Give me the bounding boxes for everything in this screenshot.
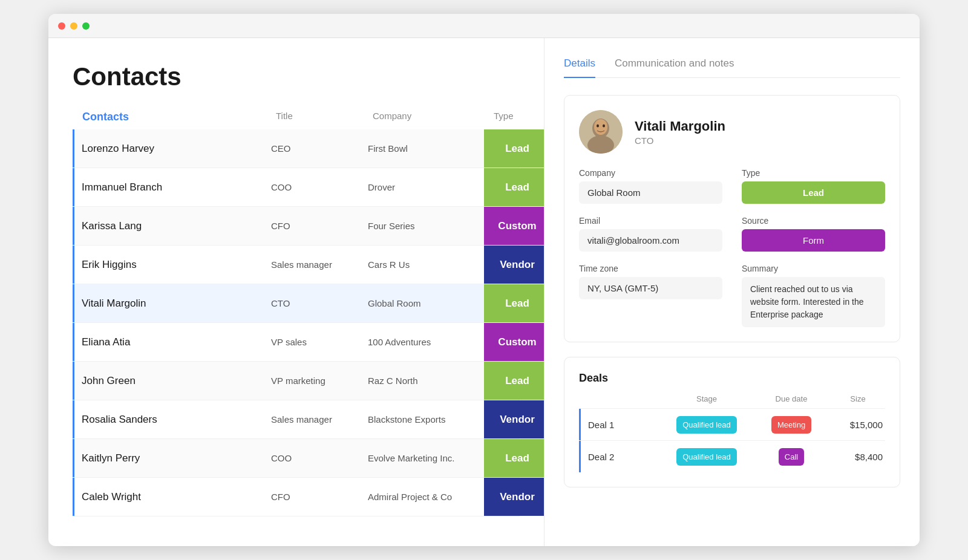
minimize-button[interactable] <box>70 22 77 30</box>
contact-type-cell: Lead <box>484 439 544 477</box>
type-badge: Vendor <box>484 400 544 438</box>
deal-duedate-badge: Meeting <box>771 416 811 434</box>
header-type: Type <box>494 111 544 123</box>
detail-grid: Company Global Room Type Lead Email vita… <box>579 168 885 327</box>
table-header: Contacts Title Company Type <box>73 111 520 129</box>
contact-company-cell: Blackstone Exports <box>363 400 484 438</box>
table-row[interactable]: Vitali Margolin CTO Global Room Lead <box>73 284 520 323</box>
tab-communication[interactable]: Communication and notes <box>615 57 734 78</box>
contact-title-cell: CFO <box>266 478 363 516</box>
detail-panel: Details Communication and notes <box>544 38 920 546</box>
table-row[interactable]: Lorenzo Harvey CEO First Bowl Lead <box>73 129 520 168</box>
close-button[interactable] <box>58 22 65 30</box>
tab-details[interactable]: Details <box>564 57 595 78</box>
contact-type-cell: Vendor <box>484 478 544 516</box>
contact-name-cell: John Green <box>73 362 266 400</box>
svg-point-4 <box>597 125 599 128</box>
svg-point-5 <box>603 125 605 128</box>
deals-body: Deal 1 Qualified lead Meeting $15,000 De… <box>579 408 885 472</box>
deal-row[interactable]: Deal 2 Qualified lead Call $8,400 <box>579 440 885 472</box>
contact-name: Vitali Margolin <box>82 298 146 310</box>
field-type-value: Lead <box>742 181 885 204</box>
field-email: Email vitali@globalroom.com <box>579 216 722 252</box>
deal-stage-badge: Qualified lead <box>676 416 737 434</box>
table-row[interactable]: Caleb Wright CFO Admiral Project & Co Ve… <box>73 478 520 516</box>
detail-card: Vitali Margolin CTO Company Global Room … <box>564 95 900 342</box>
field-source: Source Form <box>742 216 885 252</box>
header-contacts: Contacts <box>82 111 276 123</box>
contact-name: Erik Higgins <box>82 259 137 271</box>
titlebar <box>48 14 920 38</box>
contact-name: Caleb Wright <box>82 491 141 503</box>
contact-company-cell: Raz C North <box>363 362 484 400</box>
contact-name: Eliana Atia <box>82 336 130 348</box>
maximize-button[interactable] <box>82 22 90 30</box>
contact-detail-name: Vitali Margolin <box>635 119 725 134</box>
deal-stage-badge: Qualified lead <box>676 448 737 466</box>
contact-company-cell: 100 Adventures <box>363 323 484 361</box>
main-content: Contacts Contacts Title Company Type Lor… <box>48 38 920 546</box>
field-summary-label: Summary <box>742 264 885 273</box>
contact-info-header: Vitali Margolin CTO <box>635 119 725 146</box>
type-badge: Lead <box>484 362 544 400</box>
svg-point-3 <box>594 119 607 135</box>
contacts-table: Contacts Title Company Type Lorenzo Harv… <box>73 111 520 516</box>
deals-header-size: Size <box>831 394 885 403</box>
deal-size: $8,400 <box>831 452 885 462</box>
field-summary: Summary Client reached out to us via web… <box>742 264 885 327</box>
deal-duedate-badge: Call <box>779 448 804 466</box>
field-company-label: Company <box>579 168 722 178</box>
type-badge: Lead <box>484 284 544 322</box>
table-row[interactable]: Karissa Lang CFO Four Series Custom <box>73 207 520 246</box>
contact-title-cell: Sales manager <box>266 400 363 438</box>
type-badge: Lead <box>484 439 544 477</box>
contact-type-cell: Lead <box>484 129 544 168</box>
table-row[interactable]: Eliana Atia VP sales 100 Adventures Cust… <box>73 323 520 362</box>
contact-title-cell: CTO <box>266 284 363 322</box>
contact-name-cell: Caleb Wright <box>73 478 266 516</box>
field-timezone-value: NY, USA (GMT-5) <box>579 277 722 299</box>
contact-company-cell: Admiral Project & Co <box>363 478 484 516</box>
table-row[interactable]: Kaitlyn Perry COO Evolve Marketing Inc. … <box>73 439 520 478</box>
deal-stage-cell: Qualified lead <box>661 416 752 434</box>
contact-company-cell: Drover <box>363 168 484 206</box>
contact-type-cell: Custom <box>484 207 544 245</box>
contact-type-cell: Custom <box>484 323 544 361</box>
deals-title: Deals <box>579 372 885 385</box>
contact-type-cell: Lead <box>484 284 544 322</box>
type-badge: Custom <box>484 323 544 361</box>
table-row[interactable]: Rosalia Sanders Sales manager Blackstone… <box>73 400 520 439</box>
contact-header: Vitali Margolin CTO <box>579 110 885 154</box>
contact-title-cell: CFO <box>266 207 363 245</box>
field-company: Company Global Room <box>579 168 722 204</box>
table-row[interactable]: John Green VP marketing Raz C North Lead <box>73 362 520 400</box>
contact-company-cell: Cars R Us <box>363 246 484 284</box>
field-source-value: Form <box>742 229 885 252</box>
contact-type-cell: Vendor <box>484 400 544 438</box>
field-summary-value: Client reached out to us via website for… <box>742 277 885 327</box>
contact-company-cell: First Bowl <box>363 129 484 168</box>
type-badge: Vendor <box>484 478 544 516</box>
contact-title-cell: COO <box>266 168 363 206</box>
deal-row[interactable]: Deal 1 Qualified lead Meeting $15,000 <box>579 408 885 440</box>
header-title: Title <box>276 111 373 123</box>
deals-header-name <box>589 394 661 403</box>
contact-title-cell: VP marketing <box>266 362 363 400</box>
contact-company-cell: Evolve Marketing Inc. <box>363 439 484 477</box>
type-badge: Vendor <box>484 246 544 284</box>
field-source-label: Source <box>742 216 885 226</box>
contact-name-cell: Erik Higgins <box>73 246 266 284</box>
table-row[interactable]: Immanuel Branch COO Drover Lead <box>73 168 520 207</box>
contact-name-cell: Karissa Lang <box>73 207 266 245</box>
deals-header-stage: Stage <box>661 394 752 403</box>
contact-title-cell: COO <box>266 439 363 477</box>
contact-company-cell: Global Room <box>363 284 484 322</box>
tabs: Details Communication and notes <box>564 57 900 78</box>
contact-title-cell: CEO <box>266 129 363 168</box>
type-badge: Lead <box>484 168 544 206</box>
table-body: Lorenzo Harvey CEO First Bowl Lead Imman… <box>73 129 520 516</box>
field-email-value: vitali@globalroom.com <box>579 229 722 252</box>
field-email-label: Email <box>579 216 722 226</box>
deals-card: Deals Stage Due date Size Deal 1 Qualifi… <box>564 357 900 487</box>
table-row[interactable]: Erik Higgins Sales manager Cars R Us Ven… <box>73 246 520 284</box>
